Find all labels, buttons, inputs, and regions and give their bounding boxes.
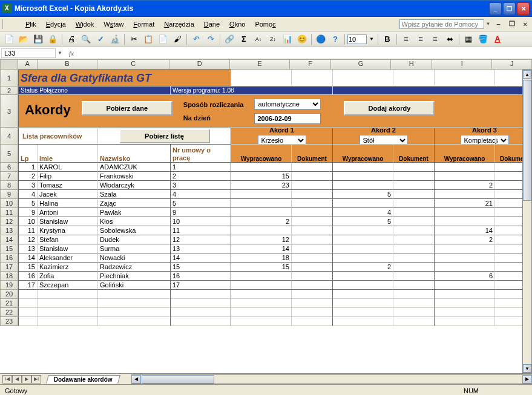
cells-area[interactable]: Sfera dla Gratyfikanta GTStatus Połączon… — [18, 70, 532, 326]
cell-w1[interactable] — [231, 226, 292, 235]
hdr-dok2[interactable]: Dokument — [393, 145, 435, 163]
borders-icon[interactable]: ▦ — [462, 33, 475, 46]
cell-w1[interactable]: 14 — [231, 244, 292, 253]
cell-w1[interactable]: 12 — [231, 235, 292, 244]
row-header-17[interactable]: 17 — [0, 263, 18, 272]
cell-w2[interactable] — [333, 272, 393, 281]
cell-lp[interactable]: 4 — [18, 190, 38, 199]
row-header-14[interactable]: 14 — [0, 235, 18, 244]
cell-w1[interactable]: 18 — [231, 253, 292, 263]
permission-icon[interactable]: 🔒 — [46, 33, 59, 46]
cell-imie[interactable]: Halina — [38, 199, 98, 208]
cell-lp[interactable]: 15 — [18, 263, 38, 272]
tab-last-icon[interactable]: ▶I — [31, 375, 41, 384]
cell-w2[interactable] — [333, 253, 393, 263]
hdr-imie[interactable]: Imie — [38, 145, 98, 163]
cell-nr[interactable]: 11 — [171, 226, 231, 235]
cell-nazwisko[interactable]: Dudek — [98, 235, 171, 244]
akord3-select[interactable]: Kompletacja — [461, 135, 509, 145]
hdr-wypr2[interactable]: Wypracowano — [333, 145, 393, 163]
cell-d1[interactable] — [292, 272, 333, 281]
print-icon[interactable]: 🖨 — [65, 33, 78, 46]
menu-edycja[interactable]: Edycja — [41, 19, 71, 30]
cell-w3[interactable] — [435, 208, 495, 217]
col-header-A[interactable]: A — [18, 59, 38, 70]
row-header-18[interactable]: 18 — [0, 272, 18, 281]
row-header-4[interactable]: 4 — [0, 128, 18, 145]
scroll-right-icon[interactable]: ▶ — [522, 375, 532, 384]
hdr-nazwisko[interactable]: Nazwisko — [98, 145, 171, 163]
row-header-16[interactable]: 16 — [0, 253, 18, 263]
formula-input[interactable] — [79, 53, 532, 54]
cell-imie[interactable]: Stanisław — [38, 217, 98, 226]
akord3-header[interactable]: Akord 3Kompletacja — [435, 128, 532, 145]
row-header-19[interactable]: 19 — [0, 281, 18, 290]
cell-w2[interactable]: 5 — [333, 217, 393, 226]
cell-d1[interactable] — [292, 172, 333, 181]
redo-icon[interactable]: ↷ — [204, 33, 217, 46]
cell-w2[interactable] — [333, 172, 393, 181]
hyperlink-icon[interactable]: 🔗 — [223, 33, 236, 46]
row-header-10[interactable]: 10 — [0, 199, 18, 208]
cell-d1[interactable] — [292, 163, 333, 172]
cell-d1[interactable] — [292, 181, 333, 190]
cell-nr[interactable]: 15 — [171, 263, 231, 272]
app-title-cell[interactable]: Sfera dla Gratyfikanta GT — [18, 70, 231, 87]
cell-d2[interactable] — [393, 272, 435, 281]
cell-d1[interactable] — [292, 199, 333, 208]
status-cell[interactable]: Status Połączono — [18, 87, 171, 95]
hdr-dok1[interactable]: Dokument — [292, 145, 333, 163]
select-all-corner[interactable] — [0, 59, 18, 70]
cell-imie[interactable]: KAROL — [38, 163, 98, 172]
hdr-lp[interactable]: Lp — [18, 145, 38, 163]
vertical-scrollbar[interactable]: ▲ ▼ — [522, 70, 532, 373]
tab-next-icon[interactable]: ▶ — [22, 375, 31, 384]
cell-w3[interactable] — [435, 281, 495, 290]
col-header-B[interactable]: B — [38, 59, 97, 70]
col-header-H[interactable]: H — [391, 59, 432, 70]
col-header-D[interactable]: D — [169, 59, 229, 70]
tab-first-icon[interactable]: I◀ — [2, 375, 12, 384]
menu-wstaw[interactable]: Wstaw — [99, 19, 128, 30]
cell-d2[interactable] — [393, 199, 435, 208]
tab-prev-icon[interactable]: ◀ — [12, 375, 22, 384]
help-icon[interactable]: ? — [329, 33, 342, 46]
cell-w3[interactable]: 2 — [435, 181, 495, 190]
cell-d1[interactable] — [292, 217, 333, 226]
row-header-21[interactable]: 21 — [0, 299, 18, 308]
hdr-umowa[interactable]: Nr umowy o pracę — [171, 145, 231, 163]
paste-icon[interactable]: 📄 — [156, 33, 169, 46]
cell-w1[interactable] — [231, 281, 292, 290]
cell-lp[interactable]: 2 — [18, 172, 38, 181]
cell-w3[interactable]: 14 — [435, 226, 495, 235]
hdr-wypr3[interactable]: Wypracowano — [435, 145, 495, 163]
cell-w3[interactable] — [435, 244, 495, 253]
cell-w1[interactable] — [231, 199, 292, 208]
cell-d2[interactable] — [393, 208, 435, 217]
cell-nazwisko[interactable]: Goliński — [98, 281, 171, 290]
row-header-1[interactable]: 1 — [0, 70, 18, 87]
cell-w1[interactable] — [231, 272, 292, 281]
cell-d1[interactable] — [292, 263, 333, 272]
cell-w2[interactable] — [333, 163, 393, 172]
col-header-E[interactable]: E — [230, 59, 290, 70]
col-header-C[interactable]: C — [97, 59, 169, 70]
align-right-icon[interactable]: ≡ — [429, 33, 442, 46]
undo-icon[interactable]: ↶ — [189, 33, 203, 46]
cell-nr[interactable]: 13 — [171, 244, 231, 253]
document-minimize[interactable]: – — [494, 21, 502, 28]
cell-nazwisko[interactable]: Surma — [98, 244, 171, 253]
row-header-11[interactable]: 11 — [0, 208, 18, 217]
font-color-icon[interactable]: A — [491, 33, 504, 46]
scroll-up-icon[interactable]: ▲ — [523, 70, 531, 79]
menu-plik[interactable]: Plik — [21, 19, 41, 30]
cell-w1[interactable]: 15 — [231, 172, 292, 181]
cell-imie[interactable]: Szczepan — [38, 281, 98, 290]
cell-imie[interactable]: Stefan — [38, 235, 98, 244]
cell-w1[interactable]: 15 — [231, 263, 292, 272]
row-header-7[interactable]: 7 — [0, 172, 18, 181]
sort-desc-icon[interactable]: Z↓ — [266, 33, 280, 46]
cell-w2[interactable]: 4 — [333, 208, 393, 217]
font-size-input[interactable] — [347, 34, 367, 44]
smiley-icon[interactable]: 😊 — [295, 33, 309, 46]
